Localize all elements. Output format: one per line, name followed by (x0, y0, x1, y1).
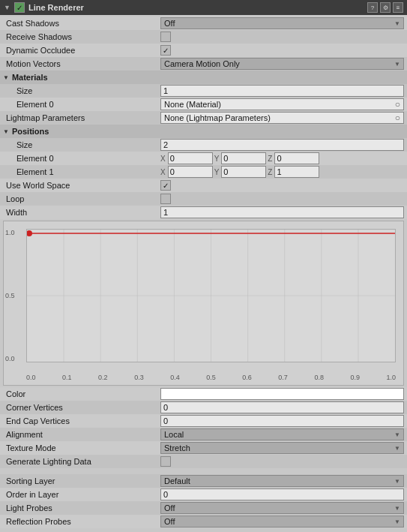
generate-lighting-label: Generate Lighting Data (3, 457, 160, 466)
alignment-dropdown-value: Local (164, 430, 184, 439)
positions-element1-x-input[interactable]: 0 (168, 166, 213, 178)
title-bar: ▼ Line Renderer ? ⚙ ≡ (0, 0, 407, 15)
alignment-dropdown[interactable]: Local ▼ (160, 428, 404, 440)
use-world-space-value (160, 180, 404, 191)
corner-vertices-input[interactable]: 0 (160, 401, 404, 413)
use-world-space-label: Use World Space (3, 181, 160, 190)
lightmap-parameters-value: None (Lightmap Parameters) ○ (160, 112, 404, 124)
reflection-probes-arrow-icon: ▼ (394, 518, 400, 525)
lightmap-parameters-label: Lightmap Parameters (3, 113, 160, 122)
reflection-probes-dropdown[interactable]: Off ▼ (160, 515, 404, 527)
corner-vertices-value: 0 (160, 401, 404, 413)
title-bar-left-icons: ▼ (4, 2, 25, 13)
order-in-layer-input[interactable]: 0 (160, 488, 404, 500)
materials-element0-dropdown[interactable]: None (Material) ○ (160, 98, 404, 110)
loop-label: Loop (3, 194, 160, 203)
end-cap-vertices-input[interactable]: 0 (160, 415, 404, 427)
texture-mode-arrow-icon: ▼ (394, 445, 400, 452)
motion-vectors-dropdown[interactable]: Camera Motion Only ▼ (160, 58, 404, 70)
sorting-layer-value: Default ▼ (160, 475, 404, 487)
cast-shadows-dropdown[interactable]: Off ▼ (160, 17, 404, 29)
chart-y-label-top: 1.0 (5, 229, 15, 236)
width-curve-chart[interactable]: 1.0 0.5 0.0 (3, 221, 404, 386)
use-world-space-checkbox[interactable] (160, 180, 171, 191)
texture-mode-value: Stretch ▼ (160, 442, 404, 454)
motion-vectors-dropdown-value: Camera Motion Only (164, 59, 240, 68)
positions-element1-y-label: Y (214, 168, 220, 176)
motion-vectors-label: Motion Vectors (3, 59, 160, 68)
texture-mode-row: Texture Mode Stretch ▼ (0, 441, 407, 455)
chart-x-label-0: 0.0 (26, 374, 36, 381)
width-value: 1 (160, 206, 404, 218)
chart-x-label-4: 0.4 (170, 374, 180, 381)
color-swatch[interactable] (160, 388, 404, 400)
generate-lighting-value (160, 456, 404, 467)
dynamic-occludee-label: Dynamic Occludee (3, 46, 160, 55)
positions-element1-z-input[interactable]: 1 (274, 166, 319, 178)
positions-size-label: Size (3, 140, 160, 149)
lightmap-parameters-dropdown[interactable]: None (Lightmap Parameters) ○ (160, 112, 404, 124)
materials-section-header[interactable]: ▼ Materials (0, 71, 407, 84)
positions-size-row: Size 2 (0, 138, 407, 152)
end-cap-vertices-label: End Cap Vertices (3, 416, 160, 425)
positions-element0-value: X 0 Y 0 Z 0 (160, 152, 404, 164)
positions-size-input[interactable]: 2 (160, 139, 404, 151)
settings-icon[interactable]: ⚙ (380, 2, 391, 13)
positions-element1-y-input[interactable]: 0 (221, 166, 266, 178)
alignment-arrow-icon: ▼ (394, 431, 400, 438)
generate-lighting-checkbox[interactable] (160, 456, 171, 467)
chart-x-label-2: 0.2 (98, 374, 108, 381)
materials-element0-circle-icon[interactable]: ○ (395, 99, 400, 110)
reflection-probes-row: Reflection Probes Off ▼ (0, 515, 407, 528)
color-value (160, 388, 404, 400)
positions-element0-x-input[interactable]: 0 (168, 152, 213, 164)
light-probes-dropdown[interactable]: Off ▼ (160, 502, 404, 514)
chart-inner-area[interactable] (26, 229, 396, 362)
width-row: Width 1 (0, 206, 407, 219)
overflow-icon[interactable]: ≡ (393, 2, 403, 13)
positions-element0-y-label: Y (214, 155, 220, 163)
corner-vertices-label: Corner Vertices (3, 403, 160, 412)
alignment-label: Alignment (3, 430, 160, 439)
light-probes-arrow-icon: ▼ (394, 505, 400, 512)
end-cap-vertices-value: 0 (160, 415, 404, 427)
lightmap-parameters-dropdown-value: None (Lightmap Parameters) (164, 113, 271, 122)
receive-shadows-checkbox[interactable] (160, 32, 171, 42)
positions-element1-x-label: X (160, 168, 166, 176)
positions-element0-y-input[interactable]: 0 (221, 152, 266, 164)
receive-shadows-row: Receive Shadows (0, 30, 407, 44)
light-probes-label: Light Probes (3, 503, 160, 512)
fold-arrow-icon[interactable]: ▼ (4, 4, 10, 11)
positions-size-value: 2 (160, 139, 404, 151)
materials-element0-row: Element 0 None (Material) ○ (0, 98, 407, 111)
positions-element1-label: Element 1 (3, 167, 160, 176)
sorting-layer-label: Sorting Layer (3, 476, 160, 485)
loop-checkbox[interactable] (160, 194, 171, 204)
materials-fold-icon: ▼ (3, 74, 9, 81)
dynamic-occludee-checkbox[interactable] (160, 45, 171, 56)
positions-section-header[interactable]: ▼ Positions (0, 125, 407, 138)
sorting-layer-row: Sorting Layer Default ▼ (0, 474, 407, 488)
alignment-row: Alignment Local ▼ (0, 428, 407, 441)
chart-grid-svg (27, 230, 395, 362)
generate-lighting-row: Generate Lighting Data (0, 455, 407, 468)
materials-size-input[interactable]: 1 (160, 85, 404, 97)
texture-mode-dropdown-value: Stretch (164, 443, 190, 452)
loop-value (160, 194, 404, 204)
help-icon[interactable]: ? (367, 2, 378, 13)
chart-x-label-1: 0.1 (62, 374, 72, 381)
loop-row: Loop (0, 192, 407, 206)
motion-vectors-arrow-icon: ▼ (394, 61, 400, 68)
texture-mode-dropdown[interactable]: Stretch ▼ (160, 442, 404, 454)
positions-element0-label: Element 0 (3, 154, 160, 163)
width-input[interactable]: 1 (160, 206, 404, 218)
sorting-layer-dropdown[interactable]: Default ▼ (160, 475, 404, 487)
positions-element0-row: Element 0 X 0 Y 0 Z 0 (0, 152, 407, 165)
lightmap-parameters-row: Lightmap Parameters None (Lightmap Param… (0, 111, 407, 125)
positions-element0-z-input[interactable]: 0 (274, 152, 319, 164)
motion-vectors-value: Camera Motion Only ▼ (160, 58, 404, 70)
light-probes-value: Off ▼ (160, 502, 404, 514)
chart-x-label-5: 0.5 (206, 374, 216, 381)
component-checkbox[interactable] (14, 2, 25, 13)
lightmap-parameters-circle-icon[interactable]: ○ (395, 113, 400, 123)
